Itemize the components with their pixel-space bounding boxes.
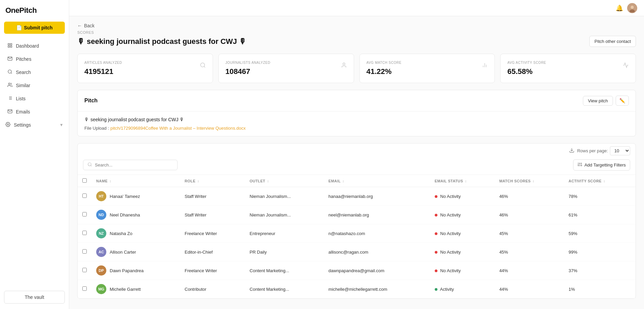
select-all-checkbox[interactable] <box>82 178 87 183</box>
match-score-value: 45% <box>494 224 564 243</box>
page-title: 🎙 seeking journalist podcast guests for … <box>77 37 246 46</box>
activity-score-value: 99% <box>564 243 636 261</box>
contact-name: Hanaa' Tameez <box>110 194 140 199</box>
download-icon[interactable] <box>569 148 574 154</box>
email-status-label: No Activity <box>440 250 461 255</box>
stat-value-match: 41.22% <box>367 67 402 76</box>
contact-avatar: NZ <box>96 228 106 238</box>
row-checkbox[interactable] <box>82 194 87 198</box>
table-row: NZ Natasha Zo Freelance Writer Entrepren… <box>78 224 636 243</box>
svg-line-26 <box>91 165 92 166</box>
submit-pitch-button[interactable]: 📄 Submit pitch <box>4 22 65 34</box>
sidebar-item-pitches[interactable]: Pitches <box>2 53 67 66</box>
page-title-row: 🎙 seeking journalist podcast guests for … <box>77 36 636 47</box>
file-upload-link[interactable]: pitch/1729096894Coffee With a Journalist… <box>110 126 246 131</box>
activity-score-value: 78% <box>564 187 636 206</box>
name-cell: MG Michelle Garrett <box>96 284 175 294</box>
bell-icon[interactable]: 🔔 <box>616 4 623 12</box>
name-cell: NZ Natasha Zo <box>96 228 175 238</box>
pitch-other-contact-button[interactable]: Pitch other contact <box>589 36 636 47</box>
search-stat-icon <box>200 62 206 70</box>
contact-email: dawnpapandrea@gmail.com <box>324 261 430 280</box>
name-cell: AC Allison Carter <box>96 247 175 257</box>
sidebar-item-emails[interactable]: Emails <box>2 105 67 118</box>
main-content: 🔔 ← Back SCORES 🎙 seeking journalist pod… <box>69 0 644 309</box>
row-checkbox[interactable] <box>82 249 87 254</box>
activity-score-value: 37% <box>564 261 636 280</box>
contact-name: Allison Carter <box>110 250 136 255</box>
col-activity-score[interactable]: ACTIVITY SCORE ↕ <box>564 175 636 187</box>
filter-icon <box>578 162 582 168</box>
vault-button[interactable]: The vault <box>4 291 65 304</box>
status-dot <box>435 232 437 235</box>
row-checkbox[interactable] <box>82 286 87 291</box>
pitch-section: Pitch View pitch ✏️ 🎙 seeking journalist… <box>77 90 636 136</box>
col-role[interactable]: ROLE ↕ <box>180 175 245 187</box>
svg-rect-0 <box>8 44 9 45</box>
rows-per-page-label: Rows per page: 10 25 50 100 <box>577 146 630 155</box>
email-status-cell: Activity <box>430 280 494 299</box>
edit-pitch-button[interactable]: ✏️ <box>616 96 629 106</box>
stat-value-activity: 65.58% <box>507 67 546 76</box>
mail-icon <box>7 56 12 62</box>
contact-email: hanaa@niemanlab.org <box>324 187 430 206</box>
name-cell: DP Dawn Papandrea <box>96 265 175 276</box>
row-checkbox[interactable] <box>82 231 87 235</box>
col-outlet[interactable]: OUTLET ↕ <box>245 175 324 187</box>
contact-role: Contributor <box>180 280 245 299</box>
row-checkbox[interactable] <box>82 268 87 272</box>
sidebar-item-similar[interactable]: Similar <box>2 79 67 92</box>
users-icon <box>7 82 12 88</box>
match-score-value: 46% <box>494 187 564 206</box>
contact-email: neel@niemanlab.org <box>324 206 430 224</box>
contact-email: michelle@michellegarrett.com <box>324 280 430 299</box>
chevron-down-icon: ▼ <box>59 123 63 127</box>
status-dot <box>435 288 437 291</box>
name-cell: ND Neel Dhanesha <box>96 210 175 220</box>
svg-point-16 <box>630 5 634 8</box>
stats-row: ARTICLES ANALYZED 4195121 JOURNALISTS AN… <box>77 54 636 83</box>
top-bar-icons: 🔔 <box>616 3 637 13</box>
col-name[interactable]: NAME ↕ <box>91 175 180 187</box>
status-dot <box>435 269 437 272</box>
sidebar-item-settings[interactable]: Settings ▼ <box>0 119 69 131</box>
email-status-label: No Activity <box>440 212 461 217</box>
search-icon <box>7 69 12 75</box>
pitch-header-actions: View pitch ✏️ <box>583 96 629 106</box>
stat-card-journalists: JOURNALISTS ANALYZED 108467 <box>218 54 354 83</box>
email-status-label: No Activity <box>440 231 461 236</box>
svg-line-6 <box>11 73 12 74</box>
email-status-cell: No Activity <box>430 224 494 243</box>
svg-rect-3 <box>10 46 12 47</box>
sidebar-item-lists[interactable]: Lists <box>2 92 67 105</box>
avatar <box>627 3 637 13</box>
table-row: HT Hanaa' Tameez Staff Writer Nieman Jou… <box>78 187 636 206</box>
stat-value-journalists: 108467 <box>225 67 270 76</box>
contact-outlet: PR Daily <box>245 243 324 261</box>
row-checkbox[interactable] <box>82 212 87 216</box>
col-match-score[interactable]: MATCH SCORES ↕ <box>494 175 564 187</box>
col-email[interactable]: EMAIL ↕ <box>324 175 430 187</box>
search-input[interactable] <box>95 162 173 168</box>
top-bar: 🔔 <box>69 0 644 16</box>
svg-point-20 <box>343 63 345 65</box>
sidebar-item-search[interactable]: Search <box>2 66 67 79</box>
svg-point-18 <box>200 63 205 67</box>
sidebar-item-dashboard[interactable]: Dashboard <box>2 40 67 52</box>
back-nav[interactable]: ← Back <box>77 23 636 28</box>
pencil-icon: ✏️ <box>619 98 625 103</box>
email-status-label: Activity <box>440 287 454 292</box>
stat-card-match-score: AVG MATCH SCORE 41.22% <box>359 54 495 83</box>
status-dot <box>435 214 437 216</box>
col-email-status[interactable]: EMAIL STATUS ↕ <box>430 175 494 187</box>
stat-label-match: AVG MATCH SCORE <box>367 61 402 65</box>
add-filters-button[interactable]: Add Targetting Filters <box>573 159 630 171</box>
view-pitch-button[interactable]: View pitch <box>583 96 613 106</box>
pitch-inner-title: 🎙 seeking journalist podcast guests for … <box>84 117 629 122</box>
svg-line-19 <box>204 66 205 67</box>
table-row: DP Dawn Papandrea Freelance Writer Conte… <box>78 261 636 280</box>
back-arrow-icon: ← <box>77 23 82 28</box>
rows-per-page-select[interactable]: 10 25 50 100 <box>610 146 630 155</box>
contact-avatar: HT <box>96 191 106 201</box>
bar-chart-stat-icon <box>482 62 488 70</box>
